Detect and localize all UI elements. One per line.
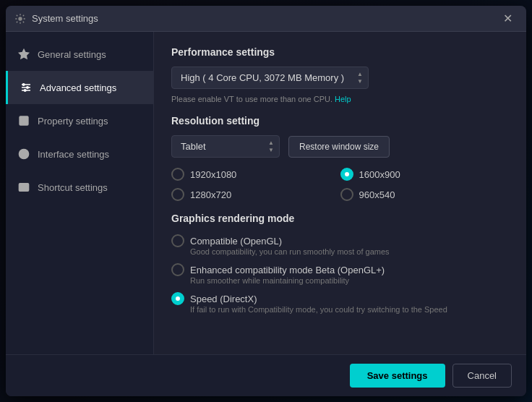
resolution-label-960: 960x540 bbox=[359, 189, 395, 200]
resolution-label-1280: 1280x720 bbox=[190, 189, 231, 200]
svg-point-13 bbox=[22, 152, 25, 155]
graphics-option-compatible: Compatible (OpenGL) Good compatibility, … bbox=[171, 234, 509, 256]
radio-circle-enhanced bbox=[171, 263, 184, 276]
general-icon bbox=[17, 48, 30, 61]
resolution-option-1920[interactable]: 1920x1080 bbox=[171, 168, 340, 181]
graphics-row-speed[interactable]: Speed (DirectX) bbox=[171, 292, 509, 305]
svg-point-5 bbox=[22, 84, 25, 86]
sidebar: General settings Advanced setting bbox=[6, 32, 154, 354]
modal-content: General settings Advanced setting bbox=[6, 32, 526, 354]
resolution-option-960[interactable]: 960x540 bbox=[340, 188, 510, 201]
settings-icon bbox=[14, 13, 26, 25]
resolution-label-1920: 1920x1080 bbox=[190, 169, 236, 180]
graphics-desc-compatible: Good compatibility, you can run smoothly… bbox=[190, 247, 509, 256]
svg-rect-8 bbox=[20, 116, 28, 125]
svg-marker-1 bbox=[19, 49, 28, 59]
sidebar-item-general[interactable]: General settings bbox=[6, 38, 153, 71]
performance-help-text: Please enable VT to use more than one CP… bbox=[171, 95, 509, 103]
resolution-label-1600: 1600x900 bbox=[359, 169, 400, 180]
resolution-dropdown[interactable]: Tablet bbox=[171, 135, 280, 158]
radio-circle-960 bbox=[340, 188, 353, 201]
close-button[interactable]: ✕ bbox=[497, 9, 518, 29]
sidebar-item-shortcut[interactable]: Shortcut settings bbox=[6, 171, 153, 204]
graphics-label-speed: Speed (DirectX) bbox=[190, 294, 257, 304]
advanced-icon bbox=[20, 81, 33, 94]
footer: Save settings Cancel bbox=[6, 354, 526, 396]
sidebar-label-property: Property settings bbox=[38, 116, 108, 127]
sidebar-item-advanced[interactable]: Advanced settings bbox=[6, 71, 153, 104]
performance-select-wrapper: High ( 4 Core CPU, 3072 MB Memory ) ▲ ▼ bbox=[171, 67, 369, 89]
radio-circle-compatible bbox=[171, 234, 184, 247]
graphics-desc-speed: If fail to run with Compatibility mode, … bbox=[190, 305, 509, 314]
svg-point-7 bbox=[24, 90, 26, 92]
save-button[interactable]: Save settings bbox=[350, 364, 445, 388]
graphics-section: Graphics rendering mode Compatible (Open… bbox=[171, 213, 509, 314]
graphics-row-enhanced[interactable]: Enhanced compatibility mode Beta (OpenGL… bbox=[171, 263, 509, 276]
sidebar-label-interface: Interface settings bbox=[38, 149, 109, 160]
resolution-title: Resolution setting bbox=[171, 115, 509, 127]
svg-point-6 bbox=[27, 87, 29, 89]
radio-circle-1280 bbox=[171, 188, 184, 201]
property-icon bbox=[17, 114, 30, 127]
resolution-controls: Tablet ▲ ▼ Restore window size bbox=[171, 135, 509, 158]
graphics-option-speed: Speed (DirectX) If fail to run with Comp… bbox=[171, 292, 509, 314]
resolution-option-1280[interactable]: 1280x720 bbox=[171, 188, 340, 201]
shortcut-icon bbox=[17, 181, 30, 194]
svg-rect-18 bbox=[19, 184, 28, 192]
resolution-select-wrapper: Tablet ▲ ▼ bbox=[171, 135, 280, 158]
performance-title: Performance settings bbox=[171, 46, 509, 58]
help-link[interactable]: Help bbox=[335, 95, 351, 103]
sidebar-label-shortcut: Shortcut settings bbox=[38, 182, 108, 193]
window-title: System settings bbox=[32, 13, 497, 24]
graphics-row-compatible[interactable]: Compatible (OpenGL) bbox=[171, 234, 509, 247]
graphics-option-enhanced: Enhanced compatibility mode Beta (OpenGL… bbox=[171, 263, 509, 285]
radio-circle-speed bbox=[171, 292, 184, 305]
resolution-option-1600[interactable]: 1600x900 bbox=[340, 168, 510, 181]
graphics-title: Graphics rendering mode bbox=[171, 213, 509, 224]
title-bar: System settings ✕ bbox=[6, 6, 526, 32]
radio-circle-1920 bbox=[171, 168, 184, 181]
radio-circle-1600 bbox=[340, 168, 353, 181]
svg-point-0 bbox=[19, 17, 22, 20]
cancel-button[interactable]: Cancel bbox=[452, 364, 512, 388]
main-panel: Performance settings High ( 4 Core CPU, … bbox=[154, 32, 526, 354]
graphics-label-compatible: Compatible (OpenGL) bbox=[190, 236, 282, 247]
restore-window-button[interactable]: Restore window size bbox=[288, 136, 390, 158]
system-settings-modal: System settings ✕ General settings bbox=[6, 6, 526, 396]
sidebar-label-general: General settings bbox=[38, 49, 106, 60]
performance-dropdown[interactable]: High ( 4 Core CPU, 3072 MB Memory ) bbox=[171, 67, 369, 89]
sidebar-item-property[interactable]: Property settings bbox=[6, 104, 153, 137]
sidebar-item-interface[interactable]: Interface settings bbox=[6, 137, 153, 171]
sidebar-label-advanced: Advanced settings bbox=[40, 82, 116, 93]
graphics-desc-enhanced: Run smoother while maintaining compatibi… bbox=[190, 276, 509, 285]
interface-icon bbox=[17, 147, 30, 161]
graphics-label-enhanced: Enhanced compatibility mode Beta (OpenGL… bbox=[190, 265, 385, 275]
resolution-options: 1920x1080 1600x900 1280x720 960x540 bbox=[171, 168, 509, 201]
